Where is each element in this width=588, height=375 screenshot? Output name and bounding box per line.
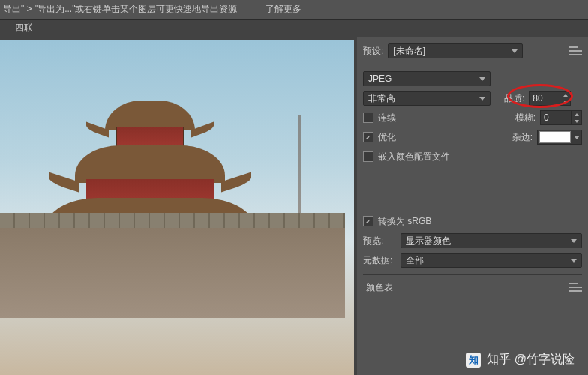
optimized-label: 优化: [378, 131, 396, 144]
tab-bar: 四联: [0, 20, 588, 38]
panel-menu-icon[interactable]: [568, 46, 582, 56]
blur-label: 模糊:: [515, 112, 536, 124]
preset-label: 预设:: [363, 45, 383, 58]
matte-color[interactable]: [537, 130, 582, 145]
metadata-label: 元数据:: [363, 254, 396, 267]
color-table-menu-icon[interactable]: [568, 283, 582, 292]
metadata-dropdown[interactable]: 全部: [400, 253, 582, 268]
watermark: 知 知乎 @竹字说险: [466, 352, 574, 368]
matte-label: 杂边:: [512, 131, 532, 144]
preview-area: [0, 38, 357, 375]
zhihu-icon: 知: [466, 352, 481, 368]
progressive-checkbox[interactable]: [363, 112, 374, 123]
learn-more-link[interactable]: 了解更多: [260, 2, 308, 17]
quality-input[interactable]: 80: [529, 91, 560, 106]
quality-spinner[interactable]: [560, 91, 571, 106]
settings-panel: 预设: [未命名] JPEG 非常高 品质: 80 连续 模糊: 0 优化 杂边…: [357, 38, 588, 375]
embed-profile-label: 嵌入颜色配置文件: [378, 151, 450, 164]
preview-label: 预览:: [363, 235, 396, 248]
color-table-label: 颜色表: [366, 281, 393, 294]
embed-profile-checkbox[interactable]: [363, 152, 374, 162]
breadcrumb-text: 导出" > "导出为..."或右键单击某个图层可更快速地导出资源: [3, 3, 237, 16]
convert-srgb-label: 转换为 sRGB: [378, 215, 431, 228]
optimized-checkbox[interactable]: [363, 132, 374, 142]
info-bar: 导出" > "导出为..."或右键单击某个图层可更快速地导出资源 了解更多: [0, 0, 588, 20]
blur-spinner[interactable]: [572, 110, 582, 125]
preview-canvas[interactable]: [0, 40, 354, 375]
quality-preset-dropdown[interactable]: 非常高: [363, 91, 490, 106]
quality-label: 品质:: [504, 92, 524, 105]
blur-input[interactable]: 0: [540, 110, 572, 125]
progressive-label: 连续: [378, 112, 396, 124]
watermark-text: 知乎 @竹字说险: [487, 352, 574, 368]
preview-dropdown[interactable]: 显示器颜色: [400, 233, 582, 248]
convert-srgb-checkbox[interactable]: [363, 216, 374, 226]
preset-dropdown[interactable]: [未命名]: [388, 44, 523, 58]
format-dropdown[interactable]: JPEG: [363, 71, 490, 86]
tab-four-up[interactable]: 四联: [9, 20, 39, 36]
